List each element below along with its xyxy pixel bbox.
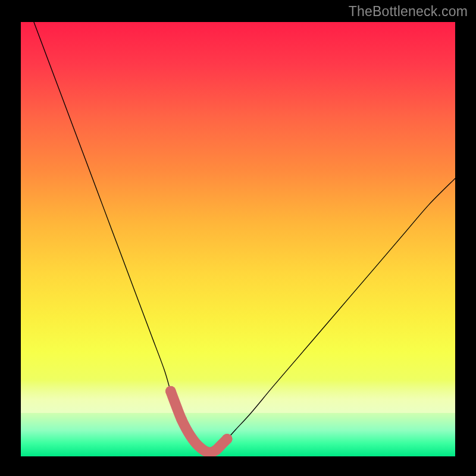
trough-dot bbox=[176, 414, 187, 425]
trough-dot bbox=[222, 434, 233, 444]
plot-area bbox=[21, 22, 455, 456]
chart-frame: TheBottleneck.com bbox=[0, 0, 476, 476]
curve-svg bbox=[21, 22, 455, 456]
watermark-text: TheBottleneck.com bbox=[349, 4, 468, 20]
bottleneck-curve-path bbox=[34, 22, 455, 452]
trough-dot bbox=[211, 444, 222, 455]
trough-dot bbox=[165, 386, 176, 397]
